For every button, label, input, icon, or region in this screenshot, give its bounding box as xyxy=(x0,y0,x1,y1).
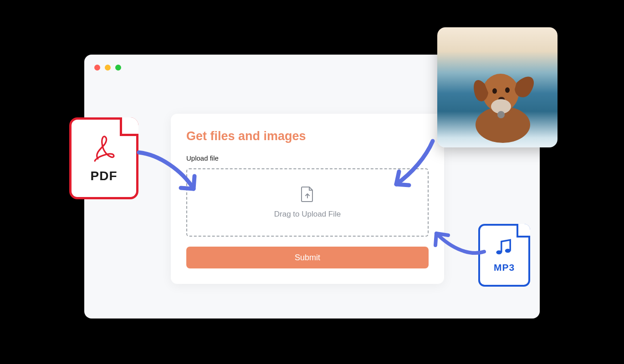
svg-point-8 xyxy=(497,111,505,118)
pdf-label: PDF xyxy=(91,169,118,183)
svg-point-4 xyxy=(492,88,497,94)
dog-photo-icon xyxy=(462,61,539,143)
music-note-icon xyxy=(494,238,514,259)
pdf-file-icon xyxy=(89,133,119,165)
pdf-file-tile[interactable]: PDF xyxy=(69,117,138,199)
image-file-tile[interactable] xyxy=(437,27,558,147)
maximize-icon[interactable] xyxy=(115,65,121,71)
svg-point-5 xyxy=(505,87,510,93)
upload-field-label: Upload file xyxy=(186,154,429,162)
mp3-label: MP3 xyxy=(494,262,515,273)
card-title: Get files and images xyxy=(186,129,429,143)
minimize-icon[interactable] xyxy=(105,65,111,71)
dropzone-text: Drag to Upload File xyxy=(274,210,341,219)
submit-button[interactable]: Submit xyxy=(186,247,429,268)
upload-card: Get files and images Upload file Drag to… xyxy=(171,114,444,284)
mp3-file-tile[interactable]: MP3 xyxy=(478,224,530,287)
svg-point-1 xyxy=(505,249,511,253)
window-controls xyxy=(94,65,121,71)
file-upload-icon xyxy=(301,186,314,204)
close-icon[interactable] xyxy=(94,65,100,71)
file-dropzone[interactable]: Drag to Upload File xyxy=(186,168,429,237)
svg-point-0 xyxy=(496,250,501,254)
